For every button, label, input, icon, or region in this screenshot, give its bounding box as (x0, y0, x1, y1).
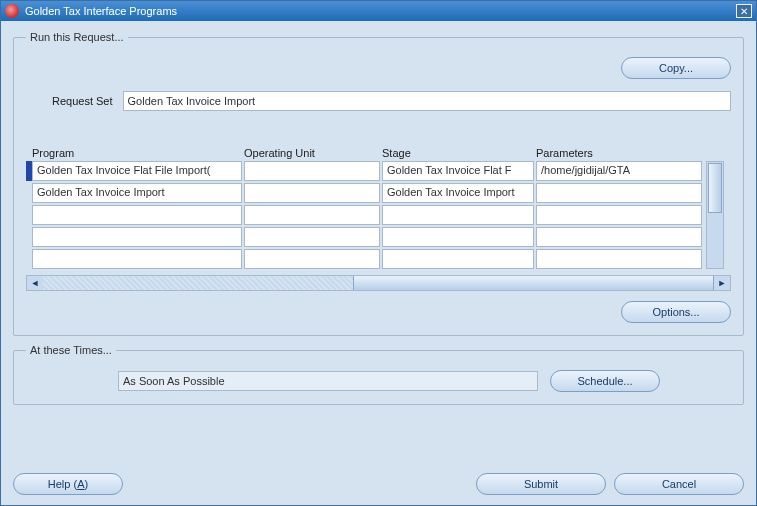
col-header-program: Program (32, 147, 242, 159)
table-row[interactable]: Golden Tax Invoice Import Golden Tax Inv… (32, 183, 702, 203)
cell-operating-unit[interactable] (244, 249, 380, 269)
program-grid: Program Operating Unit Stage Parameters … (26, 147, 731, 291)
app-icon (5, 4, 19, 18)
cell-operating-unit[interactable] (244, 183, 380, 203)
vscroll-thumb[interactable] (708, 163, 722, 213)
cell-stage[interactable] (382, 205, 534, 225)
table-row[interactable] (32, 205, 702, 225)
table-row[interactable]: Golden Tax Invoice Flat File Import( Gol… (32, 161, 702, 181)
cell-parameters[interactable] (536, 183, 702, 203)
cell-operating-unit[interactable] (244, 205, 380, 225)
hscroll-thumb[interactable] (353, 276, 714, 290)
submit-button[interactable]: Submit (476, 473, 606, 495)
table-row[interactable] (32, 249, 702, 269)
hscroll-track[interactable] (43, 276, 353, 290)
schedule-button[interactable]: Schedule... (550, 370, 660, 392)
cell-program[interactable] (32, 227, 242, 247)
run-request-legend: Run this Request... (26, 31, 128, 43)
title-bar[interactable]: Golden Tax Interface Programs ✕ (1, 1, 756, 21)
col-header-stage: Stage (382, 147, 534, 159)
cell-stage[interactable]: Golden Tax Invoice Flat F (382, 161, 534, 181)
cell-program[interactable]: Golden Tax Invoice Flat File Import( (32, 161, 242, 181)
close-icon: ✕ (740, 6, 748, 17)
run-request-group: Run this Request... Copy... Request Set … (13, 31, 744, 336)
horizontal-scrollbar[interactable]: ◄ ► (26, 275, 731, 291)
times-field[interactable] (118, 371, 538, 391)
cancel-button[interactable]: Cancel (614, 473, 744, 495)
hscroll-left-arrow[interactable]: ◄ (27, 276, 43, 290)
cell-stage[interactable]: Golden Tax Invoice Import (382, 183, 534, 203)
cell-program[interactable] (32, 205, 242, 225)
options-button[interactable]: Options... (621, 301, 731, 323)
cell-program[interactable]: Golden Tax Invoice Import (32, 183, 242, 203)
cell-program[interactable] (32, 249, 242, 269)
cell-parameters[interactable]: /home/jgidijal/GTA (536, 161, 702, 181)
help-label-prefix: Help ( (48, 478, 77, 490)
cell-stage[interactable] (382, 249, 534, 269)
window-frame: Golden Tax Interface Programs ✕ Run this… (0, 0, 757, 506)
content-area: Run this Request... Copy... Request Set … (1, 21, 756, 473)
help-mnemonic: A (77, 478, 84, 490)
col-header-parameters: Parameters (536, 147, 702, 159)
help-button[interactable]: Help (A) (13, 473, 123, 495)
at-these-times-group: At these Times... Schedule... (13, 344, 744, 405)
copy-button[interactable]: Copy... (621, 57, 731, 79)
cell-stage[interactable] (382, 227, 534, 247)
col-header-operating-unit: Operating Unit (244, 147, 380, 159)
cell-parameters[interactable] (536, 205, 702, 225)
request-set-label: Request Set (52, 95, 113, 107)
cell-parameters[interactable] (536, 227, 702, 247)
at-these-times-legend: At these Times... (26, 344, 116, 356)
hscroll-right-arrow[interactable]: ► (714, 276, 730, 290)
table-row[interactable] (32, 227, 702, 247)
close-button[interactable]: ✕ (736, 4, 752, 18)
cell-operating-unit[interactable] (244, 227, 380, 247)
vertical-scrollbar[interactable] (706, 161, 724, 269)
request-set-field[interactable] (123, 91, 731, 111)
cell-operating-unit[interactable] (244, 161, 380, 181)
help-label-suffix: ) (85, 478, 89, 490)
cell-parameters[interactable] (536, 249, 702, 269)
window-title: Golden Tax Interface Programs (25, 5, 736, 17)
bottom-bar: Help (A) Submit Cancel (1, 473, 756, 505)
